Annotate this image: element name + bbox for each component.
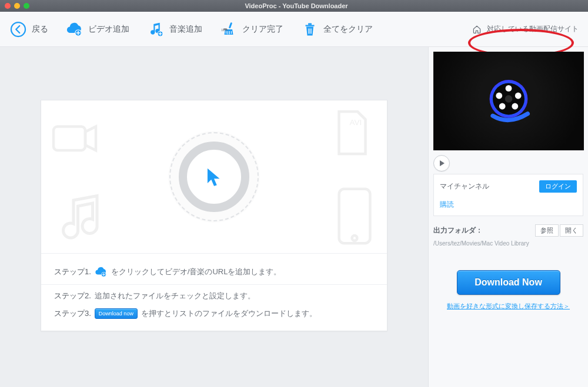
svg-point-16 [506,85,512,92]
channel-box: マイチャンネル ログイン 購読 [433,174,583,216]
minimize-window-button[interactable] [14,3,20,9]
drop-target-circle [179,142,249,212]
step-1: ステップ1. をクリックしてビデオ/音楽のURLを追加します。 [54,262,374,282]
phone-outline-icon [328,184,381,248]
step-3: ステップ3. Download now を押すとリストのファイルをダウンロードし… [54,305,374,322]
cursor-arrow-icon [203,166,225,188]
add-music-button[interactable]: 音楽追加 [147,21,202,38]
clear-done-label: クリア完了 [242,24,283,35]
supported-sites-button[interactable]: 対応している動画配信サイト [472,24,579,35]
window-controls [5,3,29,9]
output-folder-path: /Users/tez/Movies/Mac Video Library [433,240,583,247]
output-folder-box: 出力フォルダ： 参照 開く /Users/tez/Movies/Mac Vide… [433,224,583,247]
step-2: ステップ2. 追加されたファイルをチェックと設定します。 [54,287,374,305]
toolbar: 戻る ビデオ追加 音楽追加 100% クリア完了 全てをクリア [0,12,588,47]
back-button-label: 戻る [32,24,48,35]
step-3-label: ステップ3. [54,308,91,319]
main-panel: AVI ステップ1. をクリックしてビデオ/音楽のURLを追加します。 [0,47,428,387]
drop-panel: AVI ステップ1. をクリックしてビデオ/音楽のURLを追加します。 [41,100,387,331]
convert-format-link[interactable]: 動画を好きな形式に変換し保存する方法＞ [433,302,583,311]
svg-point-19 [499,103,506,110]
open-folder-button[interactable]: 開く [560,224,583,237]
download-now-badge: Download now [95,308,138,319]
drop-area[interactable]: AVI [41,100,387,253]
clear-all-button[interactable]: 全てをクリア [301,21,373,38]
step-2-text: 追加されたファイルをチェックと設定します。 [95,291,255,301]
svg-rect-8 [54,127,85,151]
preview-play-button[interactable] [433,155,450,171]
add-video-label: ビデオ追加 [88,24,129,35]
content-area: AVI ステップ1. をクリックしてビデオ/音楽のURLを追加します。 [0,47,588,387]
download-now-button[interactable]: Download Now [457,270,560,295]
login-button[interactable]: ログイン [539,180,577,193]
add-video-button[interactable]: ビデオ追加 [66,21,129,38]
titlebar: VideoProc - YouTube Downloader [0,0,588,12]
reel-logo-icon [482,75,535,127]
zoom-window-button[interactable] [24,3,29,9]
svg-point-20 [496,93,502,99]
music-outline-icon [53,189,112,247]
step-3-text: を押すとリストのファイルをダウンロードします。 [141,308,317,319]
trash-icon [301,21,319,38]
step-1-label: ステップ1. [54,267,91,277]
side-panel: マイチャンネル ログイン 購読 出力フォルダ： 参照 開く /Users/tez… [428,47,588,387]
camera-outline-icon [48,113,101,166]
clear-done-button[interactable]: 100% クリア完了 [220,21,283,38]
browse-button[interactable]: 参照 [535,224,559,237]
subscribe-link[interactable]: 購読 [440,200,454,210]
svg-point-18 [512,103,518,110]
back-arrow-icon [9,21,27,38]
step-1-text: をクリックしてビデオ/音楽のURLを追加します。 [111,267,282,277]
music-plus-icon [147,21,165,38]
svg-rect-3 [229,22,232,28]
video-preview [433,52,584,150]
cloud-plus-icon [66,21,83,38]
svg-rect-6 [306,25,315,26]
svg-text:100%: 100% [221,29,228,32]
window-title: VideoProc - YouTube Downloader [35,2,557,9]
cloud-plus-icon [95,265,108,278]
back-button[interactable]: 戻る [9,21,48,38]
play-icon [439,160,445,166]
clear-all-label: 全てをクリア [323,24,373,35]
svg-point-17 [515,93,522,99]
home-icon [472,24,482,35]
svg-point-15 [505,95,513,103]
my-channel-label: マイチャンネル [440,181,489,191]
file-outline-icon: AVI [326,106,379,159]
svg-point-11 [352,235,358,241]
app-window: VideoProc - YouTube Downloader 戻る ビデオ追加 … [0,0,588,387]
instruction-steps: ステップ1. をクリックしてビデオ/音楽のURLを追加します。 ステップ2. 追… [41,253,387,331]
svg-text:AVI: AVI [350,118,362,127]
broom-icon: 100% [220,21,238,38]
supported-sites-label: 対応している動画配信サイト [487,24,579,34]
add-music-label: 音楽追加 [169,24,202,35]
output-folder-label: 出力フォルダ： [433,226,483,235]
step-2-label: ステップ2. [54,291,91,301]
close-window-button[interactable] [5,3,11,9]
svg-point-0 [11,22,25,36]
svg-rect-7 [308,23,312,25]
